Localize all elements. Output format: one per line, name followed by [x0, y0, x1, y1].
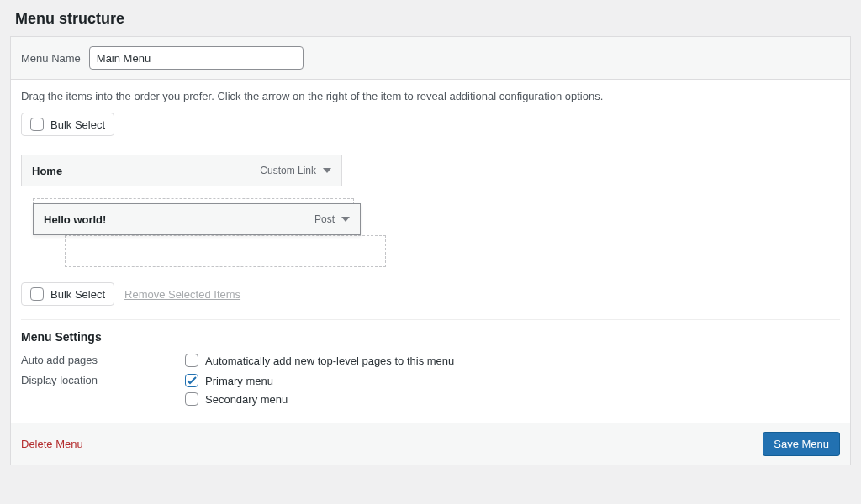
bulk-select-top-button[interactable]: Bulk Select [21, 113, 114, 136]
panel-body: Drag the items into the order you prefer… [11, 80, 850, 423]
save-menu-button[interactable]: Save Menu [763, 432, 840, 456]
auto-add-checkbox[interactable] [185, 354, 198, 367]
delete-menu-link[interactable]: Delete Menu [21, 438, 83, 450]
help-text: Drag the items into the order you prefer… [21, 90, 840, 102]
auto-add-label: Auto add pages [21, 354, 185, 367]
menu-item-home[interactable]: Home Custom Link [21, 155, 342, 186]
menu-item-type[interactable]: Custom Link [260, 165, 331, 176]
menu-name-input[interactable] [89, 46, 304, 70]
remove-selected-link[interactable]: Remove Selected Items [124, 288, 240, 301]
chevron-down-icon [323, 168, 331, 173]
panel-header: Menu Name [11, 37, 850, 80]
location-secondary[interactable]: Secondary menu [185, 392, 288, 406]
bulk-select-bottom-button[interactable]: Bulk Select [21, 282, 114, 306]
menu-name-label: Menu Name [21, 52, 81, 65]
menu-item-title: Home [32, 165, 62, 177]
auto-add-row: Auto add pages Automatically add new top… [21, 354, 840, 367]
section-title: Menu structure [15, 10, 851, 28]
display-location-row: Display location Primary menu Secondary … [21, 374, 840, 406]
menu-settings-heading: Menu Settings [21, 330, 840, 344]
auto-add-option[interactable]: Automatically add new top-level pages to… [185, 354, 454, 367]
location-primary-checkbox[interactable] [185, 374, 198, 387]
bulk-select-checkbox-bottom[interactable] [30, 287, 44, 301]
bulk-select-label: Bulk Select [50, 118, 105, 131]
menu-item-title: Hello world! [44, 213, 106, 226]
menu-items-list[interactable]: Home Custom Link Hello world! Post [21, 155, 840, 272]
drop-placeholder-nested [65, 235, 386, 267]
menu-item-type[interactable]: Post [314, 213, 350, 225]
panel-footer: Delete Menu Save Menu [11, 423, 850, 465]
chevron-down-icon [341, 217, 350, 222]
location-primary[interactable]: Primary menu [185, 374, 288, 387]
display-location-label: Display location [21, 374, 185, 406]
menu-item-hello-world[interactable]: Hello world! Post [33, 203, 361, 235]
bulk-select-label: Bulk Select [50, 288, 105, 301]
menu-panel: Menu Name Drag the items into the order … [10, 36, 851, 465]
separator [21, 319, 840, 320]
location-secondary-checkbox[interactable] [185, 392, 198, 406]
bulk-select-checkbox-top[interactable] [30, 118, 44, 131]
